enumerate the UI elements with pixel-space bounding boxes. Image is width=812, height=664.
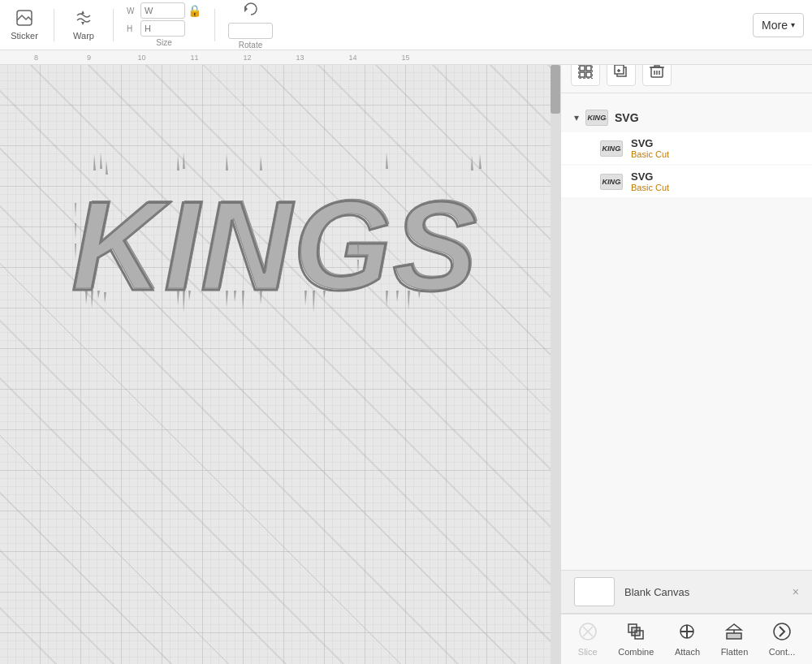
blank-canvas-thumb — [574, 577, 615, 606]
svg-marker-36 — [386, 153, 388, 169]
svg-point-67 — [774, 623, 790, 640]
svg-marker-19 — [177, 156, 179, 170]
canvas-scrollbar-thumb[interactable] — [551, 65, 560, 114]
svg-marker-37 — [479, 154, 482, 169]
bottom-action-bar: Slice Combine Attach — [561, 614, 812, 664]
kings-design[interactable]: KINGS KINGS — [49, 146, 503, 317]
layer-item-1-sub: Basic Cut — [631, 149, 669, 159]
svg-marker-12 — [106, 161, 108, 175]
ruler-marks: 8 9 10 11 12 13 14 15 — [10, 54, 432, 62]
svg-marker-26 — [260, 156, 262, 170]
layer-group-svg: ▾ KINGS SVG KINGS SVG Basic Cut — [561, 101, 812, 202]
svg-marker-2 — [81, 22, 84, 25]
blank-canvas-close-button[interactable]: × — [793, 585, 799, 598]
rotate-input[interactable] — [228, 23, 273, 39]
size-control: W 🔒 H Size — [127, 2, 201, 47]
ruler: 8 9 10 11 12 13 14 15 — [0, 50, 812, 65]
rotate-label-text: Rotate — [239, 41, 262, 50]
layer-item-1[interactable]: KINGS SVG Basic Cut — [561, 132, 812, 164]
sticker-icon — [15, 9, 33, 31]
height-label: H — [127, 24, 138, 33]
layer-item-2-title: SVG — [631, 170, 669, 183]
cont-label: Cont... — [769, 647, 795, 657]
layer-parent-svg[interactable]: ▾ KINGS SVG — [561, 105, 812, 131]
svg-text:KINGS: KINGS — [587, 114, 607, 122]
chevron-down-icon: ▾ — [574, 112, 579, 123]
flatten-icon — [724, 622, 744, 645]
svg-rect-42 — [580, 72, 585, 77]
layer-item-2[interactable]: KINGS SVG Basic Cut — [561, 166, 812, 197]
ruler-mark-13: 13 — [274, 54, 326, 62]
warp-icon — [75, 9, 93, 31]
ruler-mark-14: 14 — [326, 54, 379, 62]
flatten-label: Flatten — [721, 647, 749, 657]
canvas-scrollbar[interactable] — [551, 65, 560, 664]
attach-icon — [677, 622, 697, 645]
ruler-mark-9: 9 — [63, 54, 115, 62]
layer-parent-label: SVG — [615, 111, 639, 124]
svg-rect-62 — [632, 627, 640, 636]
layer-item-2-sub: Basic Cut — [631, 183, 669, 192]
width-input[interactable] — [140, 2, 185, 19]
height-input[interactable] — [140, 20, 185, 37]
blank-canvas-bar: Blank Canvas × — [561, 570, 812, 614]
layers-list: ▾ KINGS SVG KINGS SVG Basic Cut — [561, 93, 812, 570]
attach-label: Attach — [675, 647, 700, 657]
slice-action[interactable]: Slice — [578, 622, 598, 657]
separator-3 — [214, 9, 215, 41]
width-label: W — [127, 6, 138, 15]
svg-marker-20 — [183, 153, 185, 169]
combine-action[interactable]: Combine — [618, 622, 654, 657]
blank-canvas-label: Blank Canvas — [624, 586, 689, 598]
svg-rect-41 — [586, 66, 591, 71]
more-label: More — [762, 19, 788, 32]
ruler-mark-15: 15 — [379, 54, 432, 62]
size-label-text: Size — [127, 38, 201, 47]
layer-item-1-thumb: KINGS — [600, 140, 623, 157]
combine-label: Combine — [618, 647, 654, 657]
right-panel: Layers Color Sync × — [560, 0, 812, 664]
ruler-mark-8: 8 — [10, 54, 63, 62]
warp-label: Warp — [73, 31, 94, 41]
ruler-mark-11: 11 — [168, 54, 221, 62]
slice-label: Slice — [578, 647, 598, 657]
svg-marker-25 — [226, 154, 228, 170]
separator-1 — [54, 9, 54, 41]
more-button[interactable]: More ▾ — [753, 13, 804, 37]
warp-tool[interactable]: Warp — [67, 9, 100, 41]
layer-parent-thumb: KINGS — [585, 110, 608, 126]
lock-icon[interactable]: 🔒 — [188, 4, 201, 17]
svg-marker-65 — [727, 624, 741, 630]
flatten-action[interactable]: Flatten — [721, 622, 749, 657]
slice-icon — [578, 622, 598, 645]
rotate-control: Rotate — [228, 0, 273, 50]
layer-item-2-info: SVG Basic Cut — [631, 170, 669, 192]
separator-2 — [113, 9, 114, 41]
layer-item-2-thumb: KINGS — [600, 174, 623, 190]
svg-marker-10 — [93, 154, 96, 170]
svg-text:KINGS: KINGS — [602, 178, 621, 186]
attach-action[interactable]: Attach — [675, 622, 700, 657]
sticker-tool[interactable]: Sticker — [8, 9, 41, 41]
svg-marker-1 — [81, 11, 84, 14]
canvas-area[interactable]: KINGS KINGS — [0, 65, 560, 664]
svg-marker-38 — [471, 156, 473, 170]
cont-action[interactable]: Cont... — [769, 622, 795, 657]
svg-rect-64 — [727, 633, 741, 639]
svg-rect-40 — [580, 66, 585, 71]
svg-rect-43 — [586, 72, 591, 77]
toolbar: Sticker Warp W 🔒 H Size — [0, 0, 812, 50]
ruler-mark-10: 10 — [115, 54, 168, 62]
ruler-mark-12: 12 — [221, 54, 274, 62]
svg-text:KINGS: KINGS — [602, 144, 621, 153]
more-chevron-icon: ▾ — [791, 20, 795, 29]
svg-text:KINGS: KINGS — [73, 175, 480, 315]
combine-icon — [626, 622, 646, 645]
rotate-icon — [242, 0, 260, 21]
layer-item-1-title: SVG — [631, 137, 669, 149]
cont-icon — [772, 622, 792, 645]
svg-marker-11 — [100, 153, 102, 169]
sticker-label: Sticker — [11, 31, 38, 41]
layer-item-1-info: SVG Basic Cut — [631, 137, 669, 159]
